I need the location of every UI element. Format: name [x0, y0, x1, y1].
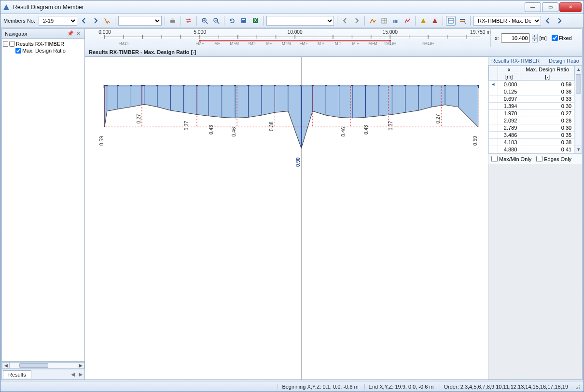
table-row[interactable]: 1.3940.30 [489, 103, 575, 110]
table-row[interactable]: 2.0920.26 [489, 117, 575, 124]
fixed-label: Fixed [559, 35, 572, 41]
svg-text:»M»: »M» [300, 41, 307, 46]
refresh-icon[interactable] [227, 16, 237, 26]
print-icon[interactable] [168, 16, 178, 26]
limit-b-icon[interactable] [430, 16, 440, 26]
result-module-select[interactable]: RX-TIMBER - Max. Desigr [473, 16, 541, 26]
svg-marker-0 [3, 4, 9, 10]
root-checkbox[interactable] [9, 41, 15, 47]
excel-export-icon[interactable]: X [250, 16, 260, 26]
resize-grip-icon[interactable] [574, 383, 581, 390]
svg-text:0.46: 0.46 [231, 127, 236, 136]
maximize-button[interactable]: ▭ [542, 2, 558, 12]
table-row[interactable]: 4.8800.41 [489, 146, 575, 153]
svg-point-161 [577, 387, 578, 388]
svg-text:0.00: 0.00 [464, 19, 466, 24]
results-table-hdr-right: Design Ratio [549, 58, 579, 64]
tab-results[interactable]: Results [3, 370, 31, 378]
table-row[interactable]: 0.6970.33 [489, 95, 575, 103]
nav-last-icon[interactable] [352, 16, 362, 26]
svg-text:0.59: 0.59 [473, 136, 478, 146]
vscroll-track[interactable] [575, 73, 582, 146]
navigator-tree[interactable]: − Results RX-TIMBER Max. Design Ratio [2, 39, 84, 361]
hscroll-right-icon[interactable]: ▶ [77, 362, 84, 369]
svg-point-157 [579, 388, 580, 389]
svg-text:0.000: 0.000 [98, 29, 111, 35]
results-table[interactable]: x Max. Design Ratio [m] [-] ◂0.0000.590.… [488, 66, 575, 153]
col-x-header: x [498, 66, 520, 73]
zoom-out-icon[interactable] [211, 16, 221, 26]
table-row[interactable]: 3.4860.35 [489, 132, 575, 139]
results-table-header: Results RX-TIMBER Design Ratio [488, 57, 582, 66]
navigator-hscroll[interactable]: ◀ ▶ [2, 361, 84, 369]
status-order: Order: 2,3,4,5,6,7,8,9,10,11,12,13,14,15… [440, 384, 568, 390]
x-position-box: x: ▲ ▼ [m] Fixed [490, 29, 582, 47]
module-prev-icon[interactable] [543, 16, 553, 26]
diagram-plot[interactable]: 0.590.270.370.430.460.380.460.430.370.27… [85, 57, 488, 379]
close-pane-icon[interactable]: ✕ [75, 30, 82, 37]
close-button[interactable]: ✕ [559, 2, 582, 12]
edges-label: Edges Only [544, 156, 571, 162]
vscroll-down-icon[interactable]: ▼ [575, 146, 582, 153]
show-values-icon[interactable] [368, 16, 377, 26]
loadcase-select[interactable] [118, 16, 162, 26]
x-spin-up-icon[interactable]: ▲ [532, 34, 538, 38]
x-spin-down-icon[interactable]: ▼ [532, 38, 538, 42]
zoom-in-icon[interactable] [200, 16, 209, 26]
pick-member-icon[interactable] [102, 16, 112, 26]
col-ratio-header: Max. Design Ratio [520, 66, 575, 73]
app-window: Result Diagram on Member — ▭ ✕ Members N… [0, 0, 584, 392]
status-begin: Beginning X,Y,Z: 0.1, 0.0, -0.6 m [278, 384, 358, 390]
svg-text:0.37: 0.37 [388, 121, 393, 130]
tree-child[interactable]: Max. Design Ratio [3, 47, 83, 54]
module-next-icon[interactable] [555, 16, 564, 26]
tab-scroll-right-icon[interactable]: ▶ [77, 370, 84, 379]
child-checkbox[interactable] [15, 48, 21, 54]
svg-point-160 [576, 388, 577, 389]
table-row[interactable]: 4.1830.38 [489, 139, 575, 146]
nav-first-icon[interactable] [340, 16, 350, 26]
table-row[interactable]: 1.9700.27 [489, 110, 575, 117]
fixed-checkbox[interactable] [552, 35, 558, 41]
limit-a-icon[interactable] [418, 16, 428, 26]
tree-root[interactable]: − Results RX-TIMBER [3, 41, 83, 47]
next-member-button[interactable] [91, 16, 100, 26]
tab-scroll-left-icon[interactable]: ◀ [69, 370, 77, 379]
edges-checkbox[interactable] [536, 156, 542, 162]
tree-root-label: Results RX-TIMBER [16, 41, 64, 47]
table-vscroll[interactable]: ▲ ▼ [575, 66, 582, 153]
title-bar: Result Diagram on Member — ▭ ✕ [0, 0, 584, 14]
members-select[interactable]: 2-19 [39, 16, 77, 26]
svg-text:M»M: M»M [282, 41, 291, 46]
table-toggle-icon[interactable] [446, 16, 456, 26]
col-ratio-unit: [-] [520, 73, 575, 81]
svg-text:»M»: »M» [196, 41, 204, 46]
pin-icon[interactable]: 📌 [67, 30, 74, 37]
settings-icon[interactable]: 0.00 [458, 16, 467, 26]
tree-child-label: Max. Design Ratio [22, 48, 66, 54]
prev-member-button[interactable] [79, 16, 89, 26]
save-icon[interactable] [239, 16, 249, 26]
show-hatch-icon[interactable] [391, 16, 401, 26]
vscroll-up-icon[interactable]: ▲ [575, 66, 582, 73]
hscroll-left-icon[interactable]: ◀ [2, 362, 10, 369]
hscroll-thumb[interactable] [19, 363, 48, 368]
x-input[interactable] [501, 33, 530, 43]
svg-line-4 [206, 22, 208, 24]
diagram-style-icon[interactable] [403, 16, 412, 26]
main-toolbar: Members No.: 2-19 X 0.00 RX-T [0, 14, 584, 27]
smoothing-select[interactable] [266, 16, 334, 26]
center-pane: 0.0005.00010.00015.00019.750 m»M2»»M19»»… [85, 29, 582, 379]
vscroll-thumb[interactable] [576, 74, 581, 94]
minimize-button[interactable]: — [525, 2, 541, 12]
table-row[interactable]: ◂0.0000.59 [489, 81, 575, 88]
maxmin-checkbox[interactable] [491, 156, 498, 162]
show-grid-icon[interactable] [379, 16, 389, 26]
collapse-icon[interactable]: − [3, 41, 8, 47]
table-row[interactable]: 2.7890.30 [489, 124, 575, 132]
table-row[interactable]: 0.1250.36 [489, 88, 575, 95]
reverse-icon[interactable] [184, 16, 194, 26]
hscroll-track[interactable] [10, 362, 77, 369]
svg-text:M»M: M»M [368, 41, 377, 46]
svg-text:0.27: 0.27 [435, 114, 441, 123]
